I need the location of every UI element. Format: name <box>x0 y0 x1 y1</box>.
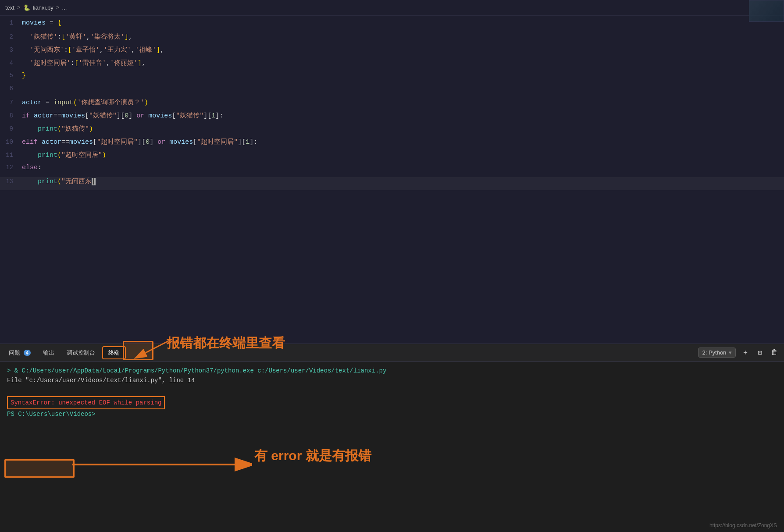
line-content-5: } <box>22 72 26 79</box>
line-content-9: print("妖猫传") <box>22 124 93 133</box>
terminal-cmd-line: > & C:/Users/user/AppData/Local/Programs… <box>7 366 777 376</box>
terminal-file-line: File "c:/Users/user/Videos/text/lianxi.p… <box>7 376 777 385</box>
code-line-7: 7 actor = input('你想查询哪个演员？') <box>0 98 784 111</box>
code-line-2: 2 '妖猫传':['黄轩','染谷将太'], <box>0 32 784 46</box>
python-label: 2: Python <box>702 349 726 356</box>
line-num-5: 5 <box>0 72 22 79</box>
line-content-7: actor = input('你想查询哪个演员？') <box>22 98 148 106</box>
line-num-1: 1 <box>0 19 22 26</box>
tab-problems-label: 问题 <box>9 349 20 356</box>
tab-problems[interactable]: 问题 4 <box>4 347 36 358</box>
code-line-4: 4 '超时空同居':['雷佳音','佟丽娅'], <box>0 59 784 72</box>
terminal-right-controls: 2: Python ▾ ＋ ⊡ 🗑 <box>698 346 780 359</box>
code-line-6: 6 <box>0 85 784 98</box>
line-content-10: elif actor==movies["超时空同居"][0] or movies… <box>22 138 257 146</box>
breadcrumb-bar: text > 🐍 lianxi.py > ... <box>0 0 784 16</box>
chevron-down-icon: ▾ <box>729 349 732 356</box>
line-content-1: movies = { <box>22 19 61 27</box>
tab-output-label: 输出 <box>43 349 54 356</box>
line-num-8: 8 <box>0 112 22 119</box>
terminal-ps-line: PS C:\Users\user\Videos> <box>7 409 777 419</box>
breadcrumb-sep1: > <box>17 4 21 11</box>
tab-output[interactable]: 输出 <box>38 347 60 358</box>
line-num-2: 2 <box>0 33 22 40</box>
line-num-9: 9 <box>0 125 22 132</box>
terminal-error-line: SyntaxError: unexpected EOF while parsin… <box>7 394 777 409</box>
python-file-icon: 🐍 <box>23 4 30 11</box>
tab-terminal[interactable]: 终端 <box>102 346 126 359</box>
terminal-tabs-bar: 问题 4 输出 调试控制台 终端 2: Python ▾ ＋ ⊡ 🗑 <box>0 344 784 362</box>
line-num-13: 13 <box>0 178 22 185</box>
add-terminal-icon[interactable]: ＋ <box>739 346 752 359</box>
line-num-11: 11 <box>0 152 22 159</box>
line-content-12: else: <box>22 164 42 171</box>
breadcrumb-text: text <box>5 4 14 11</box>
trash-icon[interactable]: 🗑 <box>768 347 780 358</box>
terminal-ps-text: PS C:\Users\user\Videos> <box>7 411 96 418</box>
line-content-3: '无问西东':['章子怡','王力宏','祖峰'], <box>22 46 164 54</box>
breadcrumb-sep2: > <box>56 4 60 11</box>
tab-debug-label: 调试控制台 <box>67 349 95 356</box>
line-num-10: 10 <box>0 138 22 145</box>
terminal-output: > & C:/Users/user/AppData/Local/Programs… <box>0 362 784 424</box>
line-num-6: 6 <box>0 85 22 92</box>
problems-badge: 4 <box>24 350 31 356</box>
code-line-3: 3 '无问西东':['章子怡','王力宏','祖峰'], <box>0 46 784 59</box>
line-content-4: '超时空同居':['雷佳音','佟丽娅'], <box>22 59 146 67</box>
line-num-3: 3 <box>0 46 22 53</box>
terminal-file-text: File "c:/Users/user/Videos/text/lianxi.p… <box>7 377 195 384</box>
tab-debug-console[interactable]: 调试控制台 <box>61 347 100 358</box>
breadcrumb-filename: lianxi.py <box>33 4 53 11</box>
line-num-7: 7 <box>0 99 22 106</box>
line-content-11: print("超时空同居") <box>22 151 106 159</box>
code-line-13: 13 print("无问西东| <box>0 177 784 190</box>
terminal-spacer <box>7 386 777 394</box>
code-editor: 1 movies = { 2 '妖猫传':['黄轩','染谷将太'], 3 '无… <box>0 16 784 279</box>
code-line-11: 11 print("超时空同居") <box>0 151 784 164</box>
code-line-8: 8 if actor==movies["妖猫传"][0] or movies["… <box>0 111 784 124</box>
line-content-13: print("无问西东| <box>22 177 96 185</box>
breadcrumb-ellipsis: ... <box>62 4 67 11</box>
terminal-panel: 问题 4 输出 调试控制台 终端 2: Python ▾ ＋ ⊡ 🗑 > & C… <box>0 344 784 532</box>
python-selector[interactable]: 2: Python ▾ <box>698 348 736 358</box>
code-line-1: 1 movies = { <box>0 19 784 32</box>
terminal-cmd-text: > & C:/Users/user/AppData/Local/Programs… <box>7 367 386 374</box>
code-line-12: 12 else: <box>0 164 784 177</box>
syntax-error-text: SyntaxError: unexpected EOF while parsin… <box>7 396 165 409</box>
line-content-8: if actor==movies["妖猫传"][0] or movies["妖猫… <box>22 111 223 120</box>
code-line-5: 5 } <box>0 72 784 85</box>
code-line-10: 10 elif actor==movies["超时空同居"][0] or mov… <box>0 138 784 151</box>
code-line-9: 9 print("妖猫传") <box>0 124 784 138</box>
line-num-12: 12 <box>0 164 22 171</box>
watermark-text: https://blog.csdn.net/ZongXS <box>709 522 777 528</box>
line-num-4: 4 <box>0 60 22 67</box>
tab-terminal-label: 终端 <box>108 349 120 356</box>
split-terminal-icon[interactable]: ⊡ <box>755 347 765 359</box>
line-content-2: '妖猫传':['黄轩','染谷将太'], <box>22 32 132 41</box>
